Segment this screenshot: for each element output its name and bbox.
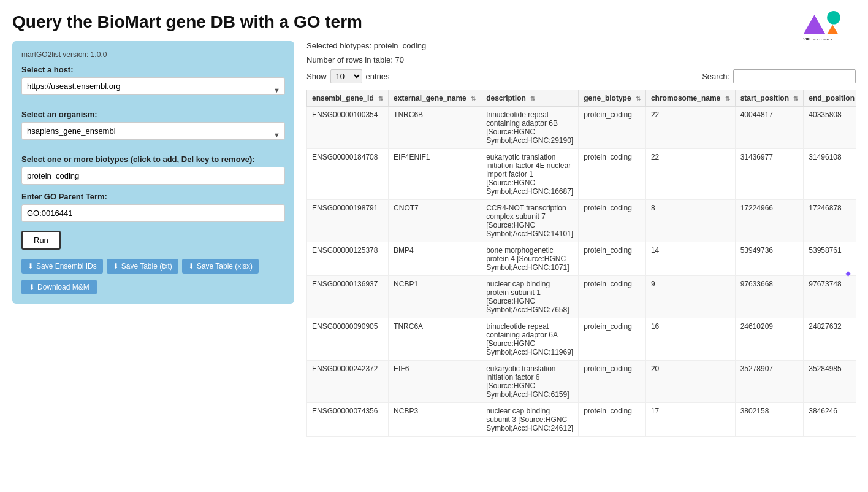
cell-end-position: 31496108 bbox=[804, 149, 856, 200]
cell-ensembl-gene-id: ENSG00000074356 bbox=[307, 403, 389, 437]
select-host-label: Select a host: bbox=[21, 65, 285, 74]
go-term-label: Enter GO Parent Term: bbox=[21, 192, 285, 201]
table-header-row: ensembl_gene_id ⇅ external_gene_name ⇅ d… bbox=[307, 90, 856, 107]
cell-external-gene-name: EIF4ENIF1 bbox=[389, 149, 481, 200]
col-ensembl-gene-id[interactable]: ensembl_gene_id ⇅ bbox=[307, 90, 389, 107]
cell-chromosome-name: 22 bbox=[645, 149, 735, 200]
col-end-position[interactable]: end_position ⇅ bbox=[804, 90, 856, 107]
svg-text:NUCLEOMICS: NUCLEOMICS bbox=[813, 39, 834, 40]
cell-end-position: 17246878 bbox=[804, 200, 856, 242]
cell-start-position: 31436977 bbox=[735, 149, 804, 200]
page-title: Query the BioMart gene DB with a GO term bbox=[0, 0, 868, 41]
biotypes-label: Select one or more biotypes (click to ad… bbox=[21, 155, 285, 164]
save-table-xlsx-button[interactable]: ⬇ Save Table (xlsx) bbox=[182, 259, 259, 274]
cell-start-position: 17224966 bbox=[735, 200, 804, 242]
cell-start-position: 24610209 bbox=[735, 318, 804, 361]
biotype-input[interactable] bbox=[21, 167, 285, 185]
download-icon: ⬇ bbox=[28, 262, 34, 271]
rows-info: Number of rows in table: 70 bbox=[306, 55, 856, 64]
sort-ensembl-icon: ⇅ bbox=[378, 95, 383, 102]
svg-point-1 bbox=[827, 11, 840, 25]
cell-description: nuclear cap binding protein subunit 1 [S… bbox=[481, 276, 579, 318]
svg-marker-2 bbox=[827, 25, 838, 34]
entries-select[interactable]: 10 25 50 100 bbox=[330, 69, 362, 83]
cell-start-position: 53949736 bbox=[735, 242, 804, 276]
cell-gene-biotype: protein_coding bbox=[579, 361, 646, 403]
cell-end-position: 3846246 bbox=[804, 403, 856, 437]
table-row: ENSG00000184708EIF4ENIF1eukaryotic trans… bbox=[307, 149, 856, 200]
sort-chrom-icon: ⇅ bbox=[725, 95, 730, 102]
table-row: ENSG00000136937NCBP1nuclear cap binding … bbox=[307, 276, 856, 318]
cell-ensembl-gene-id: ENSG00000198791 bbox=[307, 200, 389, 242]
cell-ensembl-gene-id: ENSG00000090905 bbox=[307, 318, 389, 361]
cell-ensembl-gene-id: ENSG00000242372 bbox=[307, 361, 389, 403]
cell-chromosome-name: 14 bbox=[645, 242, 735, 276]
cell-chromosome-name: 17 bbox=[645, 403, 735, 437]
cell-external-gene-name: TNRC6B bbox=[389, 107, 481, 149]
sort-start-icon: ⇅ bbox=[793, 95, 798, 102]
svg-text:VIB: VIB bbox=[804, 37, 810, 40]
cell-ensembl-gene-id: ENSG00000184708 bbox=[307, 149, 389, 200]
save-ensembl-button[interactable]: ⬇ Save Ensembl IDs bbox=[21, 259, 103, 274]
table-row: ENSG00000074356NCBP3nuclear cap binding … bbox=[307, 403, 856, 437]
host-select[interactable]: https://useast.ensembl.orghttps://ensemb… bbox=[21, 77, 285, 95]
table-header: ensembl_gene_id ⇅ external_gene_name ⇅ d… bbox=[307, 90, 856, 107]
col-start-position[interactable]: start_position ⇅ bbox=[735, 90, 804, 107]
action-buttons: ⬇ Save Ensembl IDs ⬇ Save Table (txt) ⬇ … bbox=[21, 259, 285, 274]
search-box: Search: bbox=[702, 69, 856, 83]
col-description[interactable]: description ⇅ bbox=[481, 90, 579, 107]
col-gene-biotype[interactable]: gene_biotype ⇅ bbox=[579, 90, 646, 107]
download-mem-button[interactable]: ⬇ Download M&M bbox=[21, 280, 97, 294]
cell-description: bone morphogenetic protein 4 [Source:HGN… bbox=[481, 242, 579, 276]
cell-gene-biotype: protein_coding bbox=[579, 200, 646, 242]
cell-external-gene-name: NCBP1 bbox=[389, 276, 481, 318]
cell-external-gene-name: NCBP3 bbox=[389, 403, 481, 437]
go-term-input[interactable] bbox=[21, 204, 285, 222]
cell-chromosome-name: 8 bbox=[645, 200, 735, 242]
col-external-gene-name[interactable]: external_gene_name ⇅ bbox=[389, 90, 481, 107]
cell-gene-biotype: protein_coding bbox=[579, 149, 646, 200]
download-txt-icon: ⬇ bbox=[113, 262, 119, 271]
table-row: ENSG00000090905TNRC6Atrinucleotide repea… bbox=[307, 318, 856, 361]
search-input[interactable] bbox=[733, 69, 856, 83]
cell-chromosome-name: 16 bbox=[645, 318, 735, 361]
organism-select[interactable]: hsapiens_gene_ensembl bbox=[21, 122, 285, 140]
show-entries: Show 10 25 50 100 entries bbox=[306, 69, 390, 83]
sort-description-icon: ⇅ bbox=[530, 95, 535, 102]
cell-external-gene-name: CNOT7 bbox=[389, 200, 481, 242]
table-body: ENSG00000100354TNRC6Btrinucleotide repea… bbox=[307, 107, 856, 437]
cell-gene-biotype: protein_coding bbox=[579, 242, 646, 276]
cell-chromosome-name: 20 bbox=[645, 361, 735, 403]
cell-description: nuclear cap binding subunit 3 [Source:HG… bbox=[481, 403, 579, 437]
cell-description: eukaryotic translation initiation factor… bbox=[481, 361, 579, 403]
host-select-wrapper: https://useast.ensembl.orghttps://ensemb… bbox=[21, 77, 285, 102]
sidebar: martGO2list version: 1.0.0 Select a host… bbox=[12, 41, 294, 304]
cell-external-gene-name: BMP4 bbox=[389, 242, 481, 276]
expand-icon[interactable]: ✦ bbox=[843, 267, 853, 281]
download-xlsx-icon: ⬇ bbox=[188, 262, 194, 271]
cell-external-gene-name: EIF6 bbox=[389, 361, 481, 403]
col-chromosome[interactable]: chromosome_name ⇅ bbox=[645, 90, 735, 107]
biotypes-info: Selected biotypes: protein_coding bbox=[306, 41, 856, 50]
cell-start-position: 3802158 bbox=[735, 403, 804, 437]
content-area: Selected biotypes: protein_coding Number… bbox=[294, 41, 856, 437]
save-table-txt-button[interactable]: ⬇ Save Table (txt) bbox=[107, 259, 178, 274]
table-row: ENSG00000125378BMP4bone morphogenetic pr… bbox=[307, 242, 856, 276]
sort-biotype-icon: ⇅ bbox=[636, 95, 641, 102]
table-row: ENSG00000198791CNOT7CCR4-NOT transcripti… bbox=[307, 200, 856, 242]
svg-marker-0 bbox=[804, 15, 826, 34]
cell-description: eukaryotic translation initiation factor… bbox=[481, 149, 579, 200]
cell-start-position: 97633668 bbox=[735, 276, 804, 318]
search-label: Search: bbox=[702, 72, 729, 81]
logo-area: VIB NUCLEOMICS CORE bbox=[801, 9, 856, 42]
sidebar-version: martGO2list version: 1.0.0 bbox=[21, 50, 285, 59]
select-organism-label: Select an organism: bbox=[21, 110, 285, 119]
table-row: ENSG00000242372EIF6eukaryotic translatio… bbox=[307, 361, 856, 403]
cell-end-position: 35284985 bbox=[804, 361, 856, 403]
cell-ensembl-gene-id: ENSG00000100354 bbox=[307, 107, 389, 149]
cell-chromosome-name: 22 bbox=[645, 107, 735, 149]
cell-end-position: 24827632 bbox=[804, 318, 856, 361]
cell-external-gene-name: TNRC6A bbox=[389, 318, 481, 361]
run-button[interactable]: Run bbox=[21, 231, 61, 250]
show-label: Show bbox=[306, 72, 327, 81]
